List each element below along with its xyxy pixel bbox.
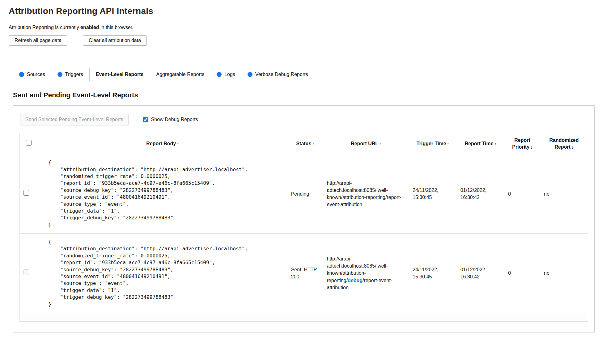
column-label: Report URL — [351, 141, 378, 146]
report-url-cell: http://arapi-adtech.localhost:8085/.well… — [323, 154, 409, 234]
tab-verbose-debug-reports[interactable]: Verbose Debug Reports — [241, 68, 314, 81]
tab-label: Triggers — [65, 72, 83, 77]
report-row-pending: { "attribution_destination": "http://ara… — [20, 154, 588, 234]
report-time-cell: 01/12/2022, 16:30:42 — [457, 234, 504, 313]
column-header-status[interactable]: Status↕ — [287, 133, 323, 154]
tab-aggregatable-reports[interactable]: Aggregatable Reports — [150, 68, 211, 81]
show-debug-reports-label: Show Debug Reports — [151, 117, 198, 122]
debug-path-highlight: debug — [348, 278, 362, 283]
tab-label: Logs — [224, 72, 235, 77]
event-level-reports-panel: Send Selected Pending Event-Level Report… — [13, 105, 595, 332]
report-body-cell: { "attribution_destination": "http://ara… — [38, 234, 287, 313]
sort-icon: ↕ — [379, 142, 381, 146]
trigger-time-cell: 24/11/2022, 15:30:45 — [409, 154, 456, 234]
status-suffix: in this browser. — [99, 25, 134, 30]
column-header-report-priority[interactable]: Report Priority↕ — [504, 133, 540, 154]
section-heading: Sent and Pending Event-Level Reports — [13, 91, 595, 99]
blue-dot-icon — [248, 72, 252, 77]
blue-dot-icon — [19, 72, 24, 77]
column-label: Report Priority — [512, 138, 530, 150]
page-title: Attribution Reporting API Internals — [9, 6, 595, 16]
sort-icon: ↕ — [571, 145, 574, 150]
top-button-row: Refresh all page data Clear all attribut… — [9, 35, 595, 46]
column-header-report-url[interactable]: Report URL↕ — [323, 133, 409, 154]
tab-label: Verbose Debug Reports — [255, 72, 308, 77]
tab-label: Aggregatable Reports — [156, 72, 205, 77]
sort-icon: ↕ — [447, 142, 449, 146]
blue-dot-icon — [217, 72, 222, 77]
row-select-checkbox[interactable] — [23, 190, 29, 196]
table-footer-empty — [20, 313, 588, 322]
report-status-cell: Sent: HTTP 200 — [287, 234, 323, 313]
tab-sources[interactable]: Sources — [13, 68, 51, 81]
table-header-row: Report Body↕ Status↕ Report URL↕ Trigger… — [20, 133, 588, 154]
column-label: Status — [296, 141, 311, 146]
report-priority-cell: 0 — [504, 154, 540, 234]
table-footer-row — [20, 313, 588, 322]
column-header-trigger-time[interactable]: Trigger Time↕ — [409, 133, 456, 154]
column-header-randomized-report[interactable]: Randomized Report↕ — [540, 133, 588, 154]
trigger-time-cell: 24/11/2022, 15:30:45 — [409, 234, 456, 313]
column-header-report-time[interactable]: Report Time↕ — [457, 133, 504, 154]
column-label: Report Time — [465, 141, 494, 146]
tab-label: Event-Level Reports — [96, 72, 144, 77]
event-level-reports-table: Report Body↕ Status↕ Report URL↕ Trigger… — [19, 133, 588, 322]
sort-icon: ↕ — [530, 145, 532, 150]
status-enabled-emphasis: enabled — [80, 25, 99, 30]
column-label: Randomized Report — [549, 138, 579, 150]
report-priority-cell: 0 — [504, 234, 540, 313]
column-label: Report Body — [146, 141, 176, 146]
feature-status-text: Attribution Reporting is currently enabl… — [9, 25, 595, 30]
sort-icon: ↕ — [177, 142, 179, 146]
column-header-report-body[interactable]: Report Body↕ — [38, 133, 287, 154]
report-url-text: http://arapi-adtech.localhost:8085/.well… — [327, 180, 401, 207]
tab-event-level-reports[interactable]: Event-Level Reports — [89, 68, 150, 81]
tab-triggers[interactable]: Triggers — [51, 68, 89, 81]
send-selected-pending-reports-button[interactable]: Send Selected Pending Event-Level Report… — [20, 114, 129, 125]
sort-icon: ↕ — [494, 142, 497, 146]
report-body-json: { "attribution_destination": "http://ara… — [41, 239, 283, 308]
row-checkbox-cell — [20, 234, 38, 313]
sort-icon: ↕ — [312, 142, 314, 146]
report-row-sent: { "attribution_destination": "http://ara… — [20, 234, 588, 313]
tab-bar: Sources Triggers Event-Level Reports Agg… — [13, 68, 595, 81]
column-label: Trigger Time — [417, 141, 446, 146]
randomized-report-cell: no — [540, 234, 588, 313]
status-prefix: Attribution Reporting is currently — [9, 25, 80, 30]
report-url-cell: http://arapi-adtech.localhost:8085/.well… — [323, 234, 409, 313]
report-status-cell: Pending — [287, 154, 323, 234]
row-checkbox-cell — [20, 154, 38, 234]
tab-label: Sources — [27, 72, 45, 77]
blue-dot-icon — [57, 72, 62, 77]
show-debug-reports-toggle[interactable]: Show Debug Reports — [143, 117, 198, 122]
report-body-json: { "attribution_destination": "http://ara… — [41, 159, 283, 228]
tab-logs[interactable]: Logs — [210, 68, 241, 81]
randomized-report-cell: no — [540, 154, 588, 234]
select-all-checkbox[interactable] — [26, 140, 32, 146]
row-select-checkbox[interactable] — [23, 269, 29, 275]
show-debug-reports-checkbox[interactable] — [143, 117, 148, 122]
header-checkbox-cell — [20, 133, 38, 154]
report-body-cell: { "attribution_destination": "http://ara… — [38, 154, 287, 234]
report-time-cell: 01/12/2022, 16:30:42 — [457, 154, 504, 234]
refresh-all-page-data-button[interactable]: Refresh all page data — [9, 35, 67, 46]
panel-controls: Send Selected Pending Event-Level Report… — [20, 114, 588, 125]
clear-all-attribution-data-button[interactable]: Clear all attribution data — [83, 35, 147, 46]
horizontal-divider — [7, 55, 595, 55]
